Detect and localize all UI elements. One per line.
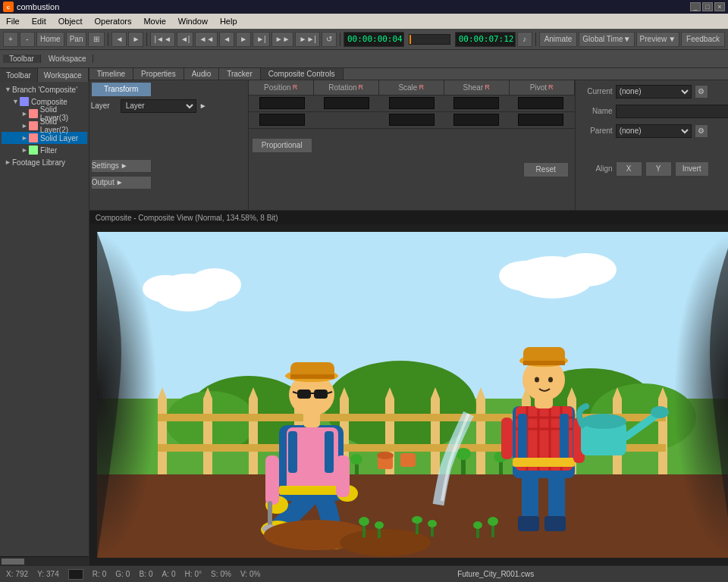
subtab-properties[interactable]: Properties [133, 68, 184, 80]
align-y-button[interactable]: Y [645, 161, 672, 177]
r-val: 0 [102, 570, 107, 578]
svg-rect-98 [290, 374, 334, 379]
scale-y-field[interactable]: Y 100.00% [389, 114, 435, 126]
svg-rect-44 [461, 458, 466, 474]
tree-branch[interactable]: ▼ Branch 'Composite' [2, 83, 87, 95]
close-button[interactable]: × [714, 2, 725, 11]
preview-button[interactable]: Preview ▼ [636, 32, 679, 47]
separator3 [340, 33, 340, 46]
play-button[interactable]: ► [236, 32, 251, 47]
svg-point-49 [377, 452, 394, 459]
output-button[interactable]: Output ► [91, 176, 152, 189]
subtab-timeline[interactable]: Timeline [89, 68, 133, 80]
current-row: Current (none) ⚙ [579, 83, 728, 100]
audio-button[interactable]: ♪ [517, 32, 532, 47]
menu-edit[interactable]: Edit [29, 17, 49, 26]
current-dropdown[interactable]: (none) [616, 85, 692, 99]
pivot-y-field[interactable]: Y 0.00 [518, 114, 563, 126]
to-end-button[interactable]: ►►| [295, 32, 319, 47]
play-fwd-button[interactable]: ►► [271, 32, 294, 47]
timeline-slider[interactable] [409, 34, 450, 45]
menu-window[interactable]: Window [175, 17, 211, 26]
align-label: Align [579, 164, 613, 173]
fwd-button[interactable]: ► [128, 32, 143, 47]
menu-help[interactable]: Help [217, 17, 240, 26]
content-row: Toolbar Workspace ▼ Branch 'Composite' ▼… [0, 68, 728, 565]
animate-button[interactable]: Animate [539, 32, 578, 47]
toolbar-row1: + - Home Pan ⊞ ◄ ► |◄◄ ◄| ◄◄ ◄ ► ►| ►► ►… [0, 29, 728, 50]
minimize-button[interactable]: _ [690, 2, 701, 11]
menu-operators[interactable]: Operators [92, 17, 135, 26]
coord-x: X: 792 [6, 570, 28, 578]
feedback-button[interactable]: Feedback [681, 32, 725, 47]
svg-point-43 [350, 454, 362, 465]
tab-workspace[interactable]: Workspace [42, 55, 93, 63]
back-button[interactable]: ◄ [111, 32, 127, 47]
subtab-audio[interactable]: Audio [184, 68, 220, 80]
name-row: Name [579, 103, 728, 120]
header-shear: Shear R [444, 80, 510, 95]
v-label: V: [240, 570, 247, 578]
composite-icon [20, 97, 29, 106]
transform-button[interactable]: Transform [91, 82, 152, 97]
menu-movie[interactable]: Movie [140, 17, 168, 26]
menu-object[interactable]: Object [55, 17, 86, 26]
rotation-r: R [359, 83, 364, 91]
subtab-tracker[interactable]: Tracker [219, 68, 261, 80]
current-icon-btn[interactable]: ⚙ [695, 85, 708, 99]
step-back-button[interactable]: ◄ [219, 32, 234, 47]
name-field[interactable] [616, 105, 728, 118]
svg-point-112 [473, 521, 482, 529]
panel-tab-toolbar[interactable]: Toolbar [0, 68, 38, 82]
right-col: Timeline Properties Audio Tracker Compos… [89, 68, 728, 565]
parent-dropdown[interactable]: (none) [616, 124, 692, 138]
layer-label: Layer [91, 102, 118, 110]
view-button[interactable]: ⊞ [88, 32, 105, 47]
pos-y-field[interactable]: Y 0.00 [259, 114, 305, 126]
menu-file[interactable]: File [3, 17, 23, 26]
pos-x-field[interactable]: X 0.00 [259, 97, 305, 109]
solid-icon [29, 133, 38, 142]
maximize-button[interactable]: □ [702, 2, 713, 11]
svg-point-104 [359, 517, 369, 526]
x-label: X: [6, 570, 13, 578]
loop-button[interactable]: ↺ [322, 32, 337, 47]
g-val: 0 [126, 570, 130, 578]
settings-button[interactable]: Settings ► [91, 159, 152, 173]
layer-dropdown[interactable]: Layer [121, 99, 196, 113]
play-back-button[interactable]: ◄◄ [195, 32, 218, 47]
scale-x-field[interactable]: X 100.00% [389, 97, 435, 109]
header-rotation: Rotation R [314, 80, 379, 95]
solid2-icon [29, 121, 38, 130]
pan-button[interactable]: Pan [66, 32, 87, 47]
tree-scrollbar[interactable] [0, 556, 89, 565]
output-label: Output [92, 178, 115, 186]
next-frame-button[interactable]: ►| [253, 32, 270, 47]
tab-toolbar[interactable]: Toolbar [3, 55, 41, 63]
canvas-wrapper [97, 232, 728, 558]
to-start-button[interactable]: |◄◄ [150, 32, 174, 47]
separator2 [146, 33, 147, 46]
add-button[interactable]: + [3, 32, 18, 47]
proportional-button[interactable]: Proportional [252, 138, 312, 153]
subtab-composite[interactable]: Composite Controls [261, 68, 344, 80]
value: V: 0% [240, 570, 261, 578]
prev-frame-button[interactable]: ◄| [177, 32, 194, 47]
rot-z-field[interactable]: Z 0.00° [324, 97, 369, 109]
global-time-dropdown[interactable]: Global Time▼ [579, 32, 634, 47]
align-x-button[interactable]: X [616, 161, 642, 177]
panel-tab-workspace[interactable]: Workspace [38, 68, 89, 82]
tree-filter[interactable]: ► Filter [2, 144, 87, 156]
home-button[interactable]: Home [36, 32, 64, 47]
shear-y-field[interactable]: Y 0.00° [453, 114, 499, 126]
tree-solid[interactable]: ► Solid Layer [2, 132, 87, 144]
sub-button[interactable]: - [20, 32, 35, 47]
shear-x-field[interactable]: X 0.00° [453, 97, 499, 109]
invert-button[interactable]: Invert [675, 161, 709, 177]
tree-footage[interactable]: ► Footage Library [2, 156, 87, 168]
pivot-x-field[interactable]: X 0.00 [518, 97, 563, 109]
solid2-label: Solid Layer(2) [40, 117, 87, 134]
reset-button[interactable]: Reset [523, 162, 569, 177]
parent-icon-btn[interactable]: ⚙ [695, 124, 708, 138]
tree-solid2[interactable]: ► Solid Layer(2) [2, 120, 87, 132]
